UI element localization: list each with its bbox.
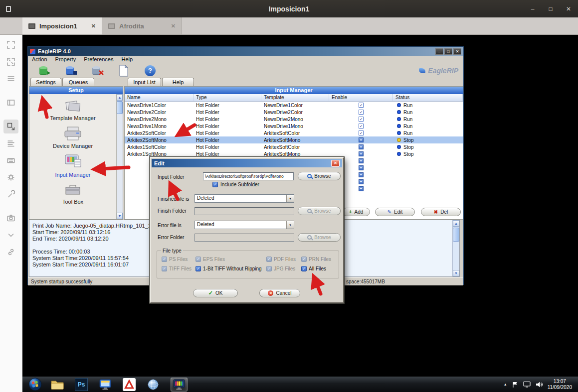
checkbox-icon[interactable]: ✓ xyxy=(266,266,272,271)
speaker-icon[interactable] xyxy=(535,381,543,388)
delete-input-icon[interactable] xyxy=(91,65,104,77)
setup-scrollbar[interactable]: ▲ ▼ xyxy=(116,94,123,219)
enable-checkbox[interactable] xyxy=(359,144,364,149)
enable-checkbox[interactable] xyxy=(359,186,364,191)
taskbar-explorer[interactable] xyxy=(49,378,66,392)
tray-display-icon[interactable] xyxy=(523,381,531,388)
ok-button[interactable]: ✓OK xyxy=(193,289,238,297)
scroll-down-icon[interactable]: ▼ xyxy=(117,213,123,219)
table-row[interactable]: NewsDrive1Mono Hot Folder NewsDrive1Mono… xyxy=(125,123,463,130)
taskbar-display-app[interactable] xyxy=(97,378,114,392)
cancel-button[interactable]: ✕Cancel xyxy=(259,289,300,297)
job-info-scrollbar[interactable]: ▲ ▼ xyxy=(452,220,459,276)
checkbox-icon[interactable]: ✓ xyxy=(301,257,307,262)
enable-checkbox[interactable]: ✓ xyxy=(359,110,364,115)
taskbar-acrobat[interactable] xyxy=(121,378,138,392)
input-folder-field[interactable]: \ArkitexDirector\Softproof\ToRip\Pdf\Mon… xyxy=(203,172,294,180)
file-type-option[interactable]: ✓EPS Files xyxy=(195,257,266,262)
checkbox-icon[interactable]: ✓ xyxy=(212,182,218,187)
tab-queues[interactable]: Queues xyxy=(62,78,94,86)
minimize-icon[interactable]: – xyxy=(435,48,443,55)
table-row[interactable]: Arkitex2SoftColor Hot Folder ArkitexSoft… xyxy=(125,130,463,136)
scale-icon[interactable] xyxy=(3,120,18,133)
checkbox-icon[interactable]: ✓ xyxy=(266,257,272,262)
table-row[interactable]: Arkitex1SoftColor Hot Folder ArkitexSoft… xyxy=(125,143,463,150)
file-type-option[interactable]: ✓TIFF Files xyxy=(162,266,195,271)
enable-checkbox[interactable] xyxy=(359,172,364,177)
include-subfolder-option[interactable]: ✓ Include Subfolder xyxy=(212,182,259,187)
column-header-name[interactable]: Name xyxy=(125,94,193,101)
tab-imposicion1[interactable]: Imposicion1 ✕ xyxy=(22,17,102,34)
enable-checkbox[interactable]: ✓ xyxy=(359,131,364,135)
tab-close-icon[interactable]: ✕ xyxy=(171,23,176,29)
checkbox-icon[interactable]: ✓ xyxy=(195,266,201,271)
scroll-up-icon[interactable]: ▲ xyxy=(453,220,459,227)
start-button[interactable] xyxy=(28,378,42,391)
window-titlebar[interactable]: Imposicion1 – □ ✕ xyxy=(0,0,578,17)
enable-checkbox[interactable] xyxy=(359,151,364,156)
viewfinder-icon[interactable] xyxy=(3,38,18,52)
list-icon[interactable] xyxy=(3,136,18,150)
close-icon[interactable]: ✕ xyxy=(331,160,340,167)
taskbar-photoshop[interactable]: Ps xyxy=(73,378,90,392)
chevron-down-icon[interactable]: ▼ xyxy=(286,221,294,229)
enable-checkbox[interactable]: ✓ xyxy=(359,124,364,129)
enable-checkbox[interactable] xyxy=(359,137,364,142)
enable-checkbox[interactable] xyxy=(359,165,364,170)
error-file-select[interactable]: Deleted ▼ xyxy=(194,221,294,229)
file-type-option[interactable]: ✓1-Bit TIFF Without Ripping xyxy=(195,266,266,271)
del-button[interactable]: ✖Del xyxy=(421,208,461,216)
taskbar-eaglerip-active[interactable] xyxy=(171,378,188,392)
maximize-icon[interactable]: □ xyxy=(444,48,452,55)
taskbar-clock[interactable]: 13:07 11/09/2020 xyxy=(548,379,572,391)
setup-item-template-manager[interactable]: Template Manager xyxy=(50,99,95,121)
table-row[interactable]: NewsDrive1Color Hot Folder NewsDrive1Col… xyxy=(125,102,463,109)
scrollbar-thumb[interactable] xyxy=(453,228,459,242)
enable-checkbox[interactable] xyxy=(359,179,364,184)
browse-button[interactable]: Browse xyxy=(298,172,341,180)
column-header-type[interactable]: Type xyxy=(193,94,261,101)
checkbox-icon[interactable]: ✓ xyxy=(195,257,201,262)
edit-button[interactable]: ✎Edit xyxy=(375,208,415,216)
setup-item-input-manager[interactable]: Input Manager xyxy=(55,153,91,178)
close-icon[interactable]: ✕ xyxy=(453,48,461,55)
file-type-option[interactable]: ✓PS Files xyxy=(162,257,195,262)
tab-afrodita[interactable]: Afrodita ✕ xyxy=(102,17,182,34)
enable-checkbox[interactable]: ✓ xyxy=(359,103,364,108)
tab-input-list[interactable]: Input List xyxy=(128,78,161,86)
tab-help[interactable]: Help xyxy=(162,78,194,86)
scroll-up-icon[interactable]: ▲ xyxy=(117,94,123,101)
document-icon[interactable] xyxy=(117,65,130,77)
checkbox-icon[interactable]: ✓ xyxy=(301,266,307,271)
finished-file-select[interactable]: Deleted ▼ xyxy=(194,194,294,203)
help-icon[interactable]: ? xyxy=(144,65,157,77)
table-row[interactable]: Arkitex2SoftMono Hot Folder ArkitexSoftM… xyxy=(125,136,463,143)
keyboard-icon[interactable] xyxy=(3,153,18,167)
checkbox-icon[interactable]: ✓ xyxy=(162,257,167,262)
column-header-template[interactable]: Template xyxy=(261,94,329,101)
menu-property[interactable]: Property xyxy=(55,56,76,62)
tab-close-icon[interactable]: ✕ xyxy=(91,23,96,29)
fullscreen-icon[interactable] xyxy=(3,55,18,69)
tools-icon[interactable] xyxy=(3,187,18,201)
setup-item-device-manager[interactable]: Device Manager xyxy=(53,126,93,149)
add-button[interactable]: +Add xyxy=(342,208,370,216)
menu-preferences[interactable]: Preferences xyxy=(84,56,113,62)
scrollbar-thumb[interactable] xyxy=(117,101,123,114)
setup-item-tool-box[interactable]: Tool Box xyxy=(62,182,83,205)
chevron-down-icon[interactable]: ▼ xyxy=(286,195,294,202)
file-type-option[interactable]: ✓PDF Files xyxy=(266,257,301,262)
screenshot-icon[interactable] xyxy=(3,211,18,225)
tray-flag-icon[interactable] xyxy=(512,381,519,388)
start-input-icon[interactable] xyxy=(38,65,51,77)
menu-action[interactable]: Action xyxy=(32,56,47,62)
file-type-option[interactable]: ✓PRN Files xyxy=(301,257,346,262)
dialog-titlebar[interactable]: Edit ✕ xyxy=(152,159,342,167)
file-type-option[interactable]: ✓JPG Files xyxy=(266,266,301,271)
menu-icon[interactable] xyxy=(3,72,18,86)
menu-help[interactable]: Help xyxy=(121,56,133,62)
settings-gear-icon[interactable] xyxy=(3,170,18,184)
taskbar-browser[interactable] xyxy=(145,378,162,392)
enable-checkbox[interactable] xyxy=(359,158,364,163)
enable-checkbox[interactable]: ✓ xyxy=(359,117,364,122)
